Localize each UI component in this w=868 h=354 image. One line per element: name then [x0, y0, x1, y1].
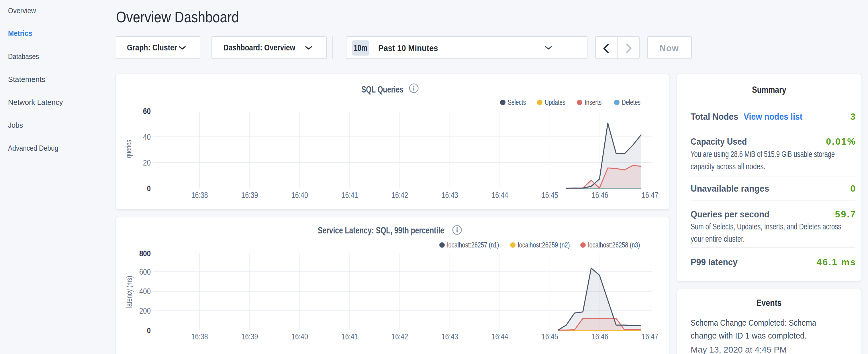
svg-text:16:45: 16:45 — [541, 332, 558, 341]
svg-text:200: 200 — [139, 306, 151, 315]
svg-text:20: 20 — [143, 158, 151, 167]
svg-text:16:38: 16:38 — [191, 190, 208, 200]
svg-text:16:46: 16:46 — [592, 190, 608, 200]
svg-text:16:39: 16:39 — [241, 332, 258, 341]
svg-text:16:45: 16:45 — [541, 190, 558, 200]
svg-text:16:38: 16:38 — [191, 332, 208, 341]
svg-text:16:43: 16:43 — [442, 190, 458, 200]
svg-text:16:41: 16:41 — [342, 332, 358, 341]
svg-text:latency (ms): latency (ms) — [125, 276, 133, 308]
svg-text:16:42: 16:42 — [392, 332, 408, 341]
svg-text:600: 600 — [139, 267, 151, 277]
svg-text:0: 0 — [147, 184, 151, 193]
svg-text:16:42: 16:42 — [392, 190, 408, 200]
svg-text:0: 0 — [147, 326, 151, 335]
svg-text:60: 60 — [143, 106, 151, 116]
svg-text:16:47: 16:47 — [642, 190, 658, 200]
svg-text:16:47: 16:47 — [642, 332, 658, 341]
svg-text:40: 40 — [143, 132, 151, 141]
svg-text:16:44: 16:44 — [492, 332, 508, 341]
svg-text:16:41: 16:41 — [342, 190, 358, 200]
svg-text:16:43: 16:43 — [442, 332, 458, 341]
svg-text:queries: queries — [124, 140, 133, 158]
svg-text:16:40: 16:40 — [291, 190, 308, 200]
svg-text:16:39: 16:39 — [241, 190, 258, 200]
svg-text:16:46: 16:46 — [592, 332, 608, 341]
svg-text:16:40: 16:40 — [291, 332, 308, 341]
svg-text:400: 400 — [139, 287, 151, 296]
svg-text:800: 800 — [139, 249, 151, 258]
svg-text:16:44: 16:44 — [492, 190, 508, 200]
